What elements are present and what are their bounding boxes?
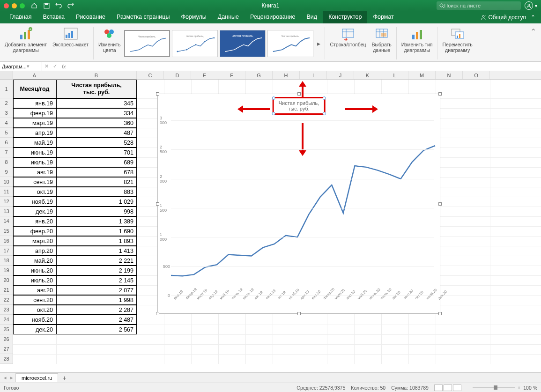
- cell-month[interactable]: май.20: [13, 256, 56, 266]
- share-button[interactable]: +Общий доступ⌃: [479, 11, 537, 23]
- cell-month[interactable]: июль.20: [13, 275, 56, 285]
- resize-handle-icon[interactable]: [156, 312, 159, 315]
- cell-value[interactable]: 1 389: [56, 216, 137, 226]
- cell-value[interactable]: 701: [56, 148, 137, 157]
- chart-style-3[interactable]: ЧИСТАЯ ПРИБЫЛЬ,: [220, 30, 266, 57]
- row-header-1[interactable]: 1: [0, 80, 13, 98]
- cell-value[interactable]: 2 567: [56, 325, 137, 334]
- cell-month[interactable]: март.20: [13, 236, 56, 246]
- select-data-button[interactable]: Выбрать данные: [370, 25, 393, 61]
- tab-вид[interactable]: Вид: [301, 11, 323, 23]
- accept-formula-icon[interactable]: ✓: [51, 63, 59, 69]
- normal-view-icon[interactable]: [434, 385, 443, 391]
- row-header-16[interactable]: 16: [0, 236, 13, 246]
- col-header-G[interactable]: G: [245, 71, 273, 79]
- cell-value[interactable]: 998: [56, 207, 137, 216]
- row-header-10[interactable]: 10: [0, 177, 13, 187]
- cell-value[interactable]: 2 145: [56, 275, 137, 285]
- cell-month[interactable]: май.19: [13, 138, 56, 148]
- title-handle-icon[interactable]: [272, 112, 275, 115]
- cell-value[interactable]: 2 199: [56, 266, 137, 275]
- col-header-I[interactable]: I: [300, 71, 327, 79]
- cell-month[interactable]: апр.20: [13, 246, 56, 256]
- col-header-B[interactable]: B: [56, 71, 137, 79]
- formula-input[interactable]: [69, 64, 541, 69]
- plot-area[interactable]: 05001 0001 5002 0002 5003 000 янв.19февр…: [171, 120, 434, 295]
- redo-icon[interactable]: [67, 2, 74, 9]
- cell-value[interactable]: 2 221: [56, 256, 137, 266]
- row-header-20[interactable]: 20: [0, 275, 13, 285]
- cell-month[interactable]: апр.19: [13, 128, 56, 138]
- resize-handle-icon[interactable]: [438, 312, 442, 315]
- resize-handle-icon[interactable]: [438, 202, 442, 206]
- chart-style-1[interactable]: Чистая прибыль,: [124, 30, 170, 57]
- col-header-N[interactable]: N: [436, 71, 463, 79]
- zoom-percent[interactable]: 100 %: [523, 385, 537, 391]
- row-header-27[interactable]: 27: [0, 344, 13, 354]
- chart-title[interactable]: Чистая прибыль, тыс. руб.: [273, 97, 326, 115]
- title-handle-icon[interactable]: [322, 96, 326, 100]
- express-layout-button[interactable]: Экспресс-макет: [51, 25, 90, 61]
- cell-month[interactable]: окт.19: [13, 187, 56, 197]
- cell-month[interactable]: янв.19: [13, 98, 56, 108]
- switch-row-column-button[interactable]: Строка/столбец: [328, 25, 368, 61]
- row-header-19[interactable]: 19: [0, 266, 13, 275]
- cell-month[interactable]: сент.20: [13, 295, 56, 305]
- cell-value[interactable]: 2 287: [56, 305, 137, 315]
- cell-value[interactable]: 345: [56, 98, 137, 108]
- cell-month[interactable]: окт.20: [13, 305, 56, 315]
- row-header-18[interactable]: 18: [0, 256, 13, 266]
- chart-style-4[interactable]: Чистая прибыль,: [267, 30, 313, 57]
- cell-value[interactable]: 1 998: [56, 295, 137, 305]
- resize-handle-icon[interactable]: [156, 92, 159, 96]
- tab-главная[interactable]: Главная: [4, 11, 37, 23]
- chevron-down-icon[interactable]: ▾: [535, 3, 537, 8]
- row-header-7[interactable]: 7: [0, 148, 13, 157]
- row-header-14[interactable]: 14: [0, 216, 13, 226]
- resize-handle-icon[interactable]: [438, 92, 442, 96]
- row-header-26[interactable]: 26: [0, 334, 13, 344]
- worksheet-grid[interactable]: ABCDEFGHIJKLMNO 123456789101112131415161…: [0, 71, 541, 369]
- row-header-24[interactable]: 24: [0, 315, 13, 325]
- cell-value[interactable]: 1 893: [56, 236, 137, 246]
- row-header-15[interactable]: 15: [0, 226, 13, 236]
- col-header-J[interactable]: J: [327, 71, 354, 79]
- resize-handle-icon[interactable]: [297, 312, 301, 315]
- cell-month[interactable]: авг.19: [13, 167, 56, 177]
- title-handle-icon[interactable]: [322, 112, 326, 115]
- cell-value[interactable]: 334: [56, 108, 137, 118]
- cell-month[interactable]: дек.19: [13, 207, 56, 216]
- page-break-view-icon[interactable]: [453, 385, 461, 391]
- user-account-icon[interactable]: [525, 1, 533, 10]
- tab-вставка[interactable]: Вставка: [37, 11, 70, 23]
- cell-value[interactable]: 883: [56, 187, 137, 197]
- row-header-17[interactable]: 17: [0, 246, 13, 256]
- cell-month[interactable]: нояб.20: [13, 315, 56, 325]
- row-header-2[interactable]: 2: [0, 98, 13, 108]
- name-box[interactable]: Диаграм...▾: [0, 62, 42, 71]
- search-box[interactable]: [437, 1, 521, 10]
- cell-value[interactable]: 1 413: [56, 246, 137, 256]
- row-header-5[interactable]: 5: [0, 128, 13, 138]
- col-header-H[interactable]: H: [273, 71, 300, 79]
- undo-icon[interactable]: [55, 2, 62, 9]
- add-chart-element-button[interactable]: + Добавить элемент диаграммы: [3, 25, 49, 61]
- cell-month[interactable]: июнь.19: [13, 148, 56, 157]
- tab-формат[interactable]: Формат: [367, 11, 399, 23]
- minimize-window-icon[interactable]: [12, 3, 17, 8]
- page-layout-view-icon[interactable]: [444, 385, 452, 391]
- col-header-M[interactable]: M: [408, 71, 436, 79]
- row-header-8[interactable]: 8: [0, 157, 13, 167]
- row-header-25[interactable]: 25: [0, 325, 13, 334]
- row-header-28[interactable]: 28: [0, 354, 13, 364]
- chart-style-2[interactable]: Чистая прибыль,: [172, 30, 218, 57]
- maximize-window-icon[interactable]: [20, 3, 25, 8]
- cancel-formula-icon[interactable]: ✕: [42, 63, 51, 69]
- select-all-corner[interactable]: [0, 71, 13, 79]
- cell-value[interactable]: 689: [56, 157, 137, 167]
- home-icon[interactable]: [30, 2, 38, 9]
- col-header-A[interactable]: A: [13, 71, 56, 79]
- tab-формулы[interactable]: Формулы: [175, 11, 212, 23]
- cell-value[interactable]: 678: [56, 167, 137, 177]
- cell-month[interactable]: нояб.19: [13, 197, 56, 207]
